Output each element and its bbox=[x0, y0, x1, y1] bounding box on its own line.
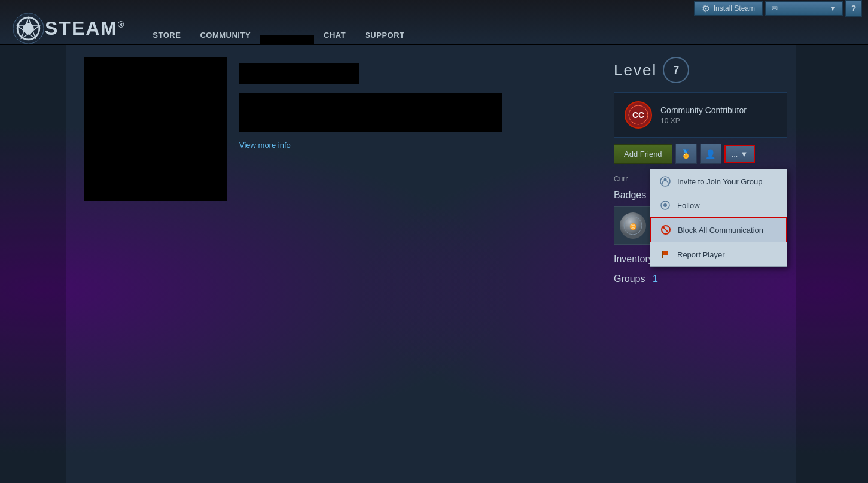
currently-label: Curr bbox=[614, 175, 628, 183]
dropdown-report[interactable]: Report Player bbox=[650, 242, 787, 266]
group-icon bbox=[659, 175, 671, 187]
level-section: Level 7 bbox=[614, 57, 787, 83]
profile-description bbox=[239, 93, 502, 132]
view-more-link[interactable]: View more info bbox=[239, 141, 587, 150]
badge-icon-button[interactable]: 🏅 bbox=[675, 144, 697, 164]
badge-icon: CC bbox=[623, 100, 653, 130]
svg-line-11 bbox=[663, 227, 669, 233]
profile-area: View more info bbox=[66, 45, 605, 483]
dropdown-arrow-icon: ▼ bbox=[829, 4, 836, 13]
steam-logo-icon bbox=[12, 12, 45, 45]
block-icon bbox=[660, 224, 672, 236]
steam-wordmark: STEAM® bbox=[45, 17, 125, 40]
nav-username[interactable] bbox=[260, 35, 314, 44]
medal-icon: 🏅 bbox=[681, 149, 691, 159]
nav-store[interactable]: STORE bbox=[143, 26, 190, 44]
more-options-button[interactable]: ... ▼ bbox=[724, 145, 756, 163]
profile-info: View more info bbox=[239, 57, 587, 150]
left-decoration bbox=[0, 45, 66, 483]
person-icon: 👤 bbox=[705, 149, 715, 159]
invite-group-label: Invite to Join Your Group bbox=[677, 177, 762, 186]
right-decoration bbox=[796, 45, 868, 483]
follow-icon bbox=[659, 199, 671, 211]
svg-point-7 bbox=[664, 178, 667, 181]
nav-support[interactable]: SUPPORT bbox=[355, 26, 414, 44]
level-number: 7 bbox=[673, 64, 679, 77]
dropdown-menu: Invite to Join Your Group Follow Block A… bbox=[650, 169, 787, 267]
badge-1-icon: ♊ bbox=[618, 211, 648, 241]
help-button[interactable]: ? bbox=[845, 0, 862, 17]
report-label: Report Player bbox=[677, 250, 724, 259]
badge-xp: 10 XP bbox=[660, 117, 778, 125]
more-label: ... bbox=[732, 150, 738, 159]
dropdown-follow[interactable]: Follow bbox=[650, 193, 787, 217]
flag-icon bbox=[659, 248, 671, 260]
username-bar bbox=[239, 63, 359, 84]
groups-title: Groups bbox=[614, 274, 645, 284]
profile-icon-button[interactable]: 👤 bbox=[700, 144, 721, 164]
help-label: ? bbox=[851, 4, 857, 13]
groups-section: Groups 1 bbox=[614, 274, 787, 284]
avatar bbox=[84, 57, 227, 201]
chevron-down-icon: ▼ bbox=[740, 150, 748, 159]
badge-info: Community Contributor 10 XP bbox=[660, 105, 778, 125]
follow-label: Follow bbox=[677, 201, 700, 210]
svg-point-6 bbox=[660, 177, 670, 186]
community-contributor-badge-icon: CC bbox=[623, 100, 653, 130]
profile-top: View more info bbox=[84, 57, 587, 201]
svg-text:♊: ♊ bbox=[629, 223, 637, 230]
header: ⚙ Install Steam ✉ ▼ ? STEAM® STORE COMMU… bbox=[0, 0, 868, 45]
dropdown-block[interactable]: Block All Communication bbox=[650, 217, 787, 242]
main-nav: STORE COMMUNITY CHAT SUPPORT bbox=[143, 6, 414, 50]
right-sidebar: Level 7 CC Community Contributor 10 XP A… bbox=[605, 45, 796, 483]
email-button[interactable]: ✉ ▼ bbox=[765, 1, 843, 16]
main-content: View more info Level 7 CC Community Cont… bbox=[0, 45, 868, 483]
badge-card: CC Community Contributor 10 XP bbox=[614, 92, 787, 138]
nav-community[interactable]: COMMUNITY bbox=[190, 26, 260, 44]
level-label: Level bbox=[614, 61, 657, 80]
svg-point-2 bbox=[23, 23, 33, 34]
install-steam-label: Install Steam bbox=[714, 4, 755, 13]
block-label: Block All Communication bbox=[678, 226, 763, 235]
svg-point-9 bbox=[663, 203, 667, 207]
action-buttons: Add Friend 🏅 👤 ... ▼ Invite to Join Your… bbox=[614, 144, 787, 164]
svg-text:CC: CC bbox=[632, 110, 644, 120]
header-top-bar: ⚙ Install Steam ✉ ▼ ? bbox=[694, 0, 868, 17]
install-steam-button[interactable]: ⚙ Install Steam bbox=[694, 1, 763, 16]
level-badge: 7 bbox=[663, 57, 689, 83]
steam-logo[interactable]: STEAM® bbox=[12, 12, 125, 45]
nav-chat[interactable]: CHAT bbox=[314, 26, 355, 44]
steam-icon: ⚙ bbox=[702, 3, 710, 14]
steam-text: STEAM® bbox=[45, 17, 125, 39]
badge-name: Community Contributor bbox=[660, 105, 778, 115]
dropdown-invite-group[interactable]: Invite to Join Your Group bbox=[650, 169, 787, 193]
add-friend-button[interactable]: Add Friend bbox=[614, 144, 672, 164]
groups-count: 1 bbox=[653, 274, 658, 284]
email-icon: ✉ bbox=[772, 4, 778, 13]
badge-thumb-1[interactable]: ♊ bbox=[614, 206, 652, 245]
svg-rect-12 bbox=[662, 251, 668, 255]
